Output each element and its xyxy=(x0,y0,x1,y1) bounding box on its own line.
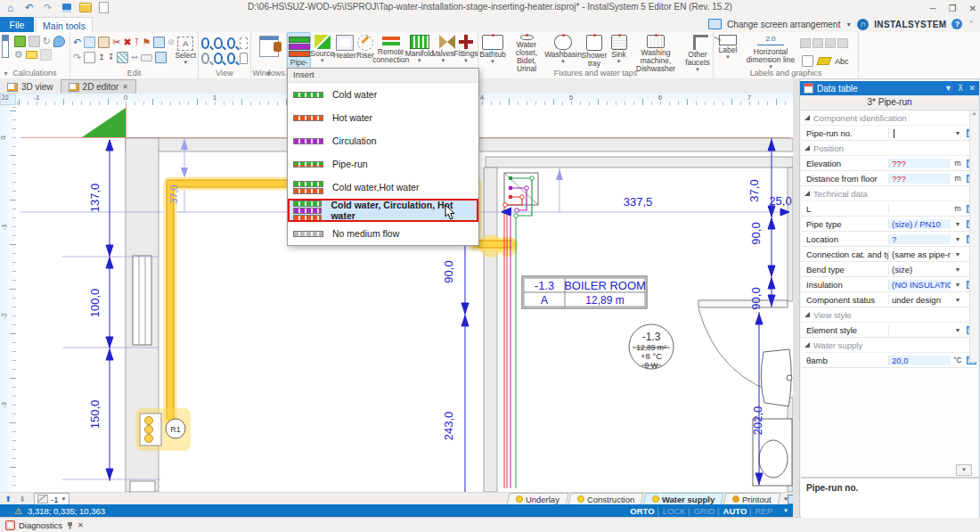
text-tool-button[interactable]: Abc xyxy=(835,57,849,66)
panel-splitter[interactable] xyxy=(793,78,799,517)
mode-grid[interactable]: GRID xyxy=(694,506,720,516)
close-diagnostics-icon[interactable]: ✕ xyxy=(78,521,84,529)
insulation-select[interactable]: (NO INSULATION) xyxy=(889,280,951,290)
dropdown-arrow-icon[interactable]: ▼ xyxy=(955,266,961,273)
pipe-run-no-input[interactable] xyxy=(889,127,951,137)
mode-orto[interactable]: ORTO xyxy=(630,506,658,516)
section-view-style[interactable]: View style xyxy=(801,307,978,323)
horizontal-dimension-button[interactable]: 2.0 Horizontal dimension line ▼ xyxy=(742,32,799,73)
panel-pin-icon[interactable]: ⊼ xyxy=(958,84,964,93)
windows-icon[interactable] xyxy=(259,36,279,57)
zoom-previous-icon[interactable] xyxy=(201,53,209,64)
diagnostics-tab[interactable]: Diagnostics xyxy=(19,520,62,530)
help-icon[interactable]: ? xyxy=(951,19,962,29)
menu-item-no-medium-flow[interactable]: No medium flow xyxy=(288,222,478,245)
maximize-button[interactable]: ❒ xyxy=(949,4,957,13)
minimize-button[interactable]: ─ xyxy=(930,4,936,13)
panel-scrollbar[interactable]: ▲ xyxy=(969,110,978,362)
menu-item-pipe-run[interactable]: Pipe-run xyxy=(288,152,478,176)
tab-construction[interactable]: Construction xyxy=(568,493,644,505)
move-down-icon[interactable]: ⬇ xyxy=(16,494,29,504)
pipe-type-select[interactable]: (size) / PN10 xyxy=(889,219,951,229)
row-elevation[interactable]: Elevation ??? m xyxy=(801,156,978,171)
bathtub-button[interactable]: Bathtub ▼ xyxy=(478,32,507,73)
zoom-extents-icon[interactable] xyxy=(227,37,235,49)
storey-combo[interactable]: -1 ▼ xyxy=(34,493,69,505)
water-closet-button[interactable]: Water closet, Bidet, Urinal xyxy=(507,32,546,73)
menu-item-circulation[interactable]: Circulation xyxy=(288,129,478,152)
dropdown-arrow-icon[interactable]: ▼ xyxy=(955,297,961,303)
section-water-supply[interactable]: Water supply xyxy=(801,338,978,353)
panel-close-icon[interactable]: ✕ xyxy=(968,84,976,93)
menu-item-cold-water[interactable]: Cold water xyxy=(288,83,478,106)
calculate-icon[interactable] xyxy=(2,35,9,58)
tab-2d-editor[interactable]: 2D editor ✕ xyxy=(61,79,136,94)
tab-printout[interactable]: Printout xyxy=(723,493,781,505)
table-icon[interactable] xyxy=(802,55,813,67)
distance-input[interactable]: ??? xyxy=(889,174,951,184)
close-tab-icon[interactable]: ✕ xyxy=(122,83,128,91)
tab-underlay[interactable]: Underlay xyxy=(506,493,569,505)
row-pipe-type[interactable]: Pipe type (size) / PN10 ▼ xyxy=(801,217,978,232)
zoom-window-icon[interactable] xyxy=(240,37,248,49)
pattern-icon[interactable] xyxy=(117,52,128,63)
delete-icon[interactable]: ✖ xyxy=(123,37,131,47)
highlighter-icon[interactable] xyxy=(816,57,831,65)
radiator-r1[interactable]: R1 xyxy=(135,408,191,451)
row-length[interactable]: L m xyxy=(801,201,978,217)
align-down-icon[interactable]: ↧ xyxy=(108,53,115,61)
other-faucets-button[interactable]: Other faucets ▼ xyxy=(682,32,713,73)
elevation-input[interactable]: ??? xyxy=(889,159,951,168)
washing-machine-button[interactable]: Washing machine, Dishwasher xyxy=(629,32,682,73)
format-icon[interactable]: ⊺ xyxy=(135,37,140,47)
tab-3d-view[interactable]: 3D view xyxy=(0,80,61,94)
refresh-icon[interactable]: ↻ xyxy=(43,37,51,46)
columns-icon[interactable] xyxy=(153,37,165,48)
undo-edit-icon[interactable]: ↶ xyxy=(73,37,81,47)
bend-type-select[interactable]: (size) xyxy=(889,265,951,274)
copy-icon[interactable] xyxy=(84,37,95,48)
change-screen-arrangement-button[interactable]: Change screen arrangement xyxy=(727,20,840,29)
label-button[interactable]: Label ▼ xyxy=(714,32,742,73)
row-theta-amb[interactable]: θamb 20,0 °C xyxy=(801,353,978,368)
menu-item-cold-circulation-hot[interactable]: Cold water, Circulation, Hot water xyxy=(288,199,478,222)
move-up-icon[interactable]: ⬆ xyxy=(2,494,14,504)
close-button[interactable]: ✕ xyxy=(969,4,976,13)
tab-main-tools[interactable]: Main tools xyxy=(36,17,93,33)
cut-icon[interactable]: ✂ xyxy=(112,37,120,47)
tab-water-supply[interactable]: Water supply xyxy=(642,493,724,505)
chevron-down-icon[interactable]: ▼ xyxy=(845,21,852,28)
panel-dropdown-icon[interactable]: ▼ xyxy=(944,84,952,93)
pin-icon[interactable] xyxy=(68,522,72,529)
description-combo[interactable]: ▼ xyxy=(956,464,972,476)
row-component-status[interactable]: Component status under design ▼ xyxy=(801,292,978,307)
equals-icon[interactable] xyxy=(26,51,37,59)
washbasin-button[interactable]: Washbasin ▼ xyxy=(546,32,580,73)
component-status-select[interactable]: under design xyxy=(889,295,951,305)
panel-title-bar[interactable]: Data table ▼ ⊼ ✕ xyxy=(800,81,979,95)
dropdown-arrow-icon[interactable]: ▼ xyxy=(955,130,961,136)
mode-auto[interactable]: AUTO xyxy=(723,506,752,516)
dropdown-arrow-icon[interactable]: ▼ xyxy=(955,236,961,242)
zoom-in-icon[interactable] xyxy=(201,37,209,49)
row-element-style[interactable]: Element style ▼ xyxy=(801,323,978,338)
row-pipe-run-no[interactable]: Pipe-run no. ▼ xyxy=(801,126,978,141)
section-technical-data[interactable]: Technical data xyxy=(801,186,978,201)
mode-rep[interactable]: REP xyxy=(755,506,772,516)
zoom-selection-icon[interactable] xyxy=(214,53,222,64)
mirror-icon[interactable]: ⇿ xyxy=(131,53,138,61)
water-drop-icon[interactable] xyxy=(53,36,65,47)
mode-lock[interactable]: LOCK xyxy=(663,506,690,516)
align-up-icon[interactable]: ↥ xyxy=(98,53,105,61)
results-table-icon[interactable] xyxy=(14,36,26,47)
room-label-table[interactable]: -1.3 BOILER ROOM A 12,89 m xyxy=(522,276,647,308)
pan-icon[interactable] xyxy=(227,53,235,64)
flag-icon[interactable]: ⚑ xyxy=(142,37,151,47)
connection-select[interactable]: (same as pipe-run catalo xyxy=(889,250,951,259)
row-location[interactable]: Location ? ▼ xyxy=(801,232,978,247)
sink-button[interactable]: Sink ▼ xyxy=(608,32,629,73)
zoom-out-icon[interactable] xyxy=(214,37,222,49)
row-connection-cat[interactable]: Connection cat. and type (same as pipe-r… xyxy=(801,247,978,262)
row-distance-from-floor[interactable]: Distance from floor ??? m xyxy=(801,171,978,186)
section-position[interactable]: Position xyxy=(801,141,978,156)
